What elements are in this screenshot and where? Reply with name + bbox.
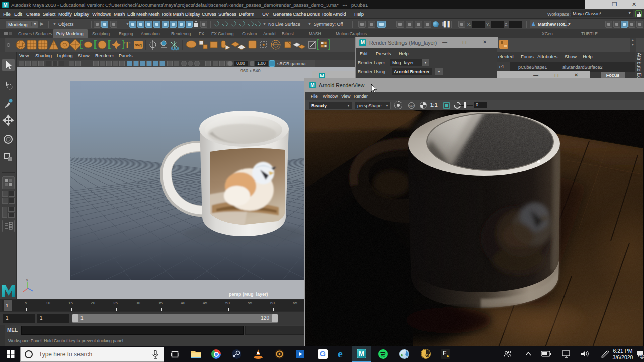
svg-text:0,0,0: 0,0,0	[171, 47, 179, 51]
svg-text:svg: svg	[135, 43, 142, 47]
svg-text:T: T	[124, 40, 130, 50]
